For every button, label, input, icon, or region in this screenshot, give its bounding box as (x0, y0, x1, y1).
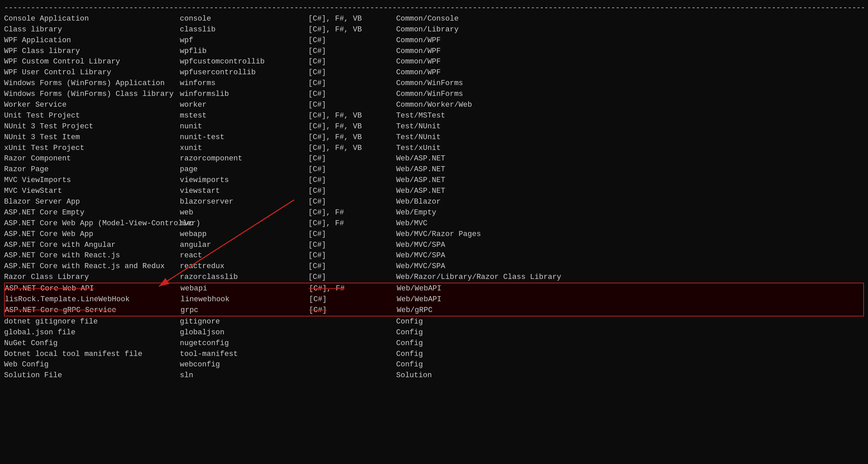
template-short-name: sln (180, 370, 308, 381)
table-row: WPF Class library wpflib [C#] Common/WPF (4, 46, 864, 57)
template-name: WPF Custom Control Library (4, 56, 180, 67)
template-language: [C#] (308, 250, 396, 261)
template-language: [C#] (308, 261, 396, 272)
template-name: ASP.NET Core Web App (Model-View-Control… (4, 218, 180, 229)
template-short-name: winformslib (180, 89, 308, 100)
template-tags: Web/ASP.NET (396, 186, 864, 197)
template-name: ASP.NET Core Web App (4, 229, 180, 240)
template-language: [C#] (308, 164, 396, 175)
template-tags: Config (396, 327, 864, 338)
table-row: NUnit 3 Test Project nunit [C#], F#, VB … (4, 121, 864, 132)
table-row: ASP.NET Core with React.js react [C#] We… (4, 250, 864, 261)
template-name: Console Application (4, 14, 180, 24)
template-name: Razor Page (4, 164, 180, 175)
template-tags: Common/WPF (396, 46, 864, 57)
template-short-name: razorclasslib (180, 272, 308, 283)
table-row: global.json file globaljson Config (4, 327, 864, 338)
template-tags: Web/WebAPI (397, 283, 863, 294)
template-language: [C#] (308, 89, 396, 100)
template-name: NuGet Config (4, 338, 180, 349)
table-row: Solution File sln Solution (4, 370, 864, 381)
template-name: global.json file (4, 327, 180, 338)
template-short-name: viewimports (180, 175, 308, 186)
template-short-name: wpf (180, 35, 308, 46)
template-language (308, 316, 396, 327)
template-tags: Test/NUnit (396, 121, 864, 132)
template-short-name: xunit (180, 143, 308, 154)
template-short-name: reactredux (180, 261, 308, 272)
template-tags: Web/ASP.NET (396, 153, 864, 164)
template-language: [C#] (309, 294, 397, 305)
template-language (308, 338, 396, 349)
template-language (308, 359, 396, 370)
template-name: MVC ViewImports (4, 175, 180, 186)
template-language: [C#] (308, 153, 396, 164)
template-name: NUnit 3 Test Project (4, 121, 180, 132)
template-tags: Config (396, 349, 864, 360)
template-tags: Web/MVC/SPA (396, 261, 864, 272)
template-short-name: worker (180, 100, 308, 110)
table-row: Windows Forms (WinForms) Class library w… (4, 89, 864, 100)
table-row: lisRock.Template.LineWebHook linewebhook… (5, 294, 863, 305)
table-row: ASP.NET Core with React.js and Redux rea… (4, 261, 864, 272)
template-tags: Web/MVC/Razor Pages (396, 229, 864, 240)
template-tags: Web/gRPC (397, 305, 863, 316)
template-tags: Config (396, 316, 864, 327)
template-short-name: nugetconfig (180, 338, 308, 349)
template-language: [C#], F#, VB (308, 14, 396, 24)
template-language: [C#], F#, VB (308, 143, 396, 154)
template-tags: Test/NUnit (396, 132, 864, 143)
table-row: ASP.NET Core with Angular angular [C#] W… (4, 240, 864, 251)
template-name: Dotnet local tool manifest file (4, 349, 180, 360)
template-tags: Common/WinForms (396, 78, 864, 89)
template-language: [C#], F#, VB (308, 110, 396, 121)
template-short-name: wpflib (180, 46, 308, 57)
template-list: Console Application console [C#], F#, VB… (4, 14, 864, 381)
table-row: Worker Service worker [C#] Common/Worker… (4, 100, 864, 110)
template-tags: Config (396, 338, 864, 349)
template-tags: Web/WebAPI (397, 294, 863, 305)
terminal-window: ----------------------------------------… (0, 0, 868, 464)
template-short-name: wpfusercontrollib (180, 67, 308, 78)
template-tags: Common/Console (396, 14, 864, 24)
template-language: [C#] (308, 100, 396, 110)
template-short-name: winforms (180, 78, 308, 89)
template-language: [C#], F# (308, 207, 396, 218)
template-name: NUnit 3 Test Item (4, 132, 180, 143)
template-name: Razor Class Library (4, 272, 180, 283)
template-tags: Web/ASP.NET (396, 175, 864, 186)
template-short-name: console (180, 14, 308, 24)
template-name: Solution File (4, 370, 180, 381)
template-language: [C#] (308, 197, 396, 207)
table-row: Dotnet local tool manifest file tool-man… (4, 349, 864, 360)
template-name: WPF Class library (4, 46, 180, 57)
table-row: xUnit Test Project xunit [C#], F#, VB Te… (4, 143, 864, 154)
table-row: ASP.NET Core Web App webapp [C#] Web/MVC… (4, 229, 864, 240)
template-language: [C#] (308, 186, 396, 197)
template-name: ASP.NET Core Empty (4, 207, 180, 218)
template-tags: Common/WinForms (396, 89, 864, 100)
template-tags: Config (396, 359, 864, 370)
template-short-name: wpfcustomcontrollib (180, 56, 308, 67)
template-name: Razor Component (4, 153, 180, 164)
table-row: Console Application console [C#], F#, VB… (4, 14, 864, 24)
template-language: [C#] (308, 229, 396, 240)
template-short-name: react (180, 250, 308, 261)
template-language: [C#] (308, 272, 396, 283)
template-name: lisRock.Template.LineWebHook (5, 294, 180, 305)
table-row: WPF Application wpf [C#] Common/WPF (4, 35, 864, 46)
template-name: MVC ViewStart (4, 186, 180, 197)
template-name: Worker Service (4, 100, 180, 110)
template-language: [C#], F# (309, 283, 397, 294)
template-short-name: grpc (180, 305, 309, 316)
table-row: ASP.NET Core Web API webapi [C#], F# Web… (5, 283, 863, 294)
template-name: Unit Test Project (4, 110, 180, 121)
template-tags: Solution (396, 370, 864, 381)
template-name: ASP.NET Core with React.js and Redux (4, 261, 180, 272)
separator-line: ----------------------------------------… (4, 3, 864, 14)
template-language: [C#] (308, 175, 396, 186)
table-row: dotnet gitignore file gitignore Config (4, 316, 864, 327)
table-row: Razor Component razorcomponent [C#] Web/… (4, 153, 864, 164)
template-short-name: angular (180, 240, 308, 251)
template-name: ASP.NET Core with Angular (4, 240, 180, 251)
